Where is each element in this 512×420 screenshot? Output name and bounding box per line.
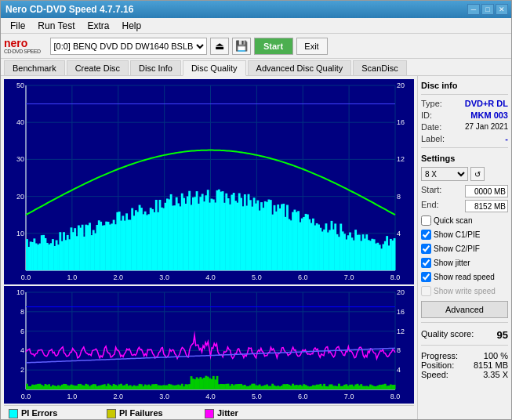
pi-errors-label: PI Errors <box>21 408 99 418</box>
tab-disc-info[interactable]: Disc Info <box>130 60 181 75</box>
exit-button[interactable]: Exit <box>296 38 328 55</box>
quick-scan-label: Quick scan <box>434 216 472 225</box>
title-bar: Nero CD-DVD Speed 4.7.7.16 ─ □ ✕ <box>1 1 511 18</box>
pi-avg-val: 0.80 <box>67 418 99 419</box>
position-row: Position: 8151 MB <box>421 360 508 370</box>
show-jitter-checkbox[interactable] <box>421 258 431 268</box>
stats-bar: PI Errors Average: 0.80 Maximum: 23 <box>4 405 414 419</box>
progress-value: 100 % <box>484 351 508 360</box>
tab-create-disc[interactable]: Create Disc <box>67 60 129 75</box>
pi-failures-color <box>107 409 116 418</box>
speed-value: 3.35 X <box>483 370 508 379</box>
settings-title: Settings <box>421 154 508 163</box>
jitter-avg-val: 8.41 % <box>263 418 295 419</box>
pi-failures-stat: PI Failures Average: 0.01 Maximum: 9 <box>107 408 197 419</box>
end-mb-row: End: <box>421 200 508 212</box>
end-mb-label: End: <box>421 200 439 212</box>
show-c2pif-checkbox[interactable] <box>421 244 431 254</box>
show-write-speed-label: Show write speed <box>434 287 496 295</box>
tab-advanced-disc-quality[interactable]: Advanced Disc Quality <box>248 60 352 75</box>
jitter-avg-label: Average: <box>217 418 260 419</box>
show-c2pif-label: Show C2/PIF <box>434 244 480 253</box>
divider-2 <box>421 147 508 148</box>
divider-3 <box>421 322 508 323</box>
disc-id-row: ID: MKM 003 <box>421 110 508 120</box>
disc-date-value: 27 Jan 2021 <box>465 122 508 132</box>
eject-button[interactable]: ⏏ <box>210 38 229 55</box>
pi-failures-values: Average: 0.01 Maximum: 9 Total: 2908 <box>119 418 197 419</box>
window-controls: ─ □ ✕ <box>467 4 508 15</box>
show-c1pie-row: Show C1/PIE <box>421 230 508 240</box>
speed-row-prog: Speed: 3.35 X <box>421 370 508 379</box>
progress-section: Progress: 100 % Position: 8151 MB Speed:… <box>421 351 508 379</box>
show-read-speed-row: Show read speed <box>421 272 508 282</box>
disc-info-title: Disc info <box>421 81 508 90</box>
logo-sub: CD·DVD SPEED <box>4 49 41 54</box>
app-logo: nero CD·DVD SPEED <box>4 38 41 54</box>
tab-benchmark[interactable]: Benchmark <box>4 60 65 75</box>
speed-label: Speed: <box>421 370 448 379</box>
menu-extra[interactable]: Extra <box>81 19 115 33</box>
menu-file[interactable]: File <box>4 19 31 33</box>
close-button[interactable]: ✕ <box>496 4 508 15</box>
pi-errors-color <box>9 409 18 418</box>
menu-bar: File Run Test Extra Help <box>1 18 511 34</box>
progress-label: Progress: <box>421 351 458 360</box>
divider-1 <box>421 94 508 95</box>
tab-disc-quality[interactable]: Disc Quality <box>183 60 246 76</box>
show-read-speed-checkbox[interactable] <box>421 272 431 282</box>
toolbar: nero CD·DVD SPEED [0:0] BENQ DVD DD DW16… <box>1 34 511 59</box>
disc-date-label: Date: <box>421 122 441 132</box>
right-panel: Disc info Type: DVD+R DL ID: MKM 003 Dat… <box>417 76 511 419</box>
refresh-button[interactable]: ↺ <box>470 167 485 181</box>
maximize-button[interactable]: □ <box>481 4 494 15</box>
divider-4 <box>421 345 508 346</box>
drive-select[interactable]: [0:0] BENQ DVD DD DW1640 BSLB <box>50 38 207 55</box>
advanced-button[interactable]: Advanced <box>421 301 508 318</box>
pi-avg-label: Average: <box>21 418 64 419</box>
start-mb-label: Start: <box>421 185 441 197</box>
quality-score-value: 95 <box>497 329 508 341</box>
menu-run-test[interactable]: Run Test <box>31 19 81 33</box>
position-value: 8151 MB <box>474 360 508 370</box>
pi-failures-label: PI Failures <box>119 408 197 418</box>
tab-scan-disc[interactable]: ScanDisc <box>353 60 406 75</box>
end-mb-input[interactable] <box>465 200 508 212</box>
pi-errors-values: Average: 0.80 Maximum: 23 Total: 25983 <box>21 418 99 419</box>
progress-row: Progress: 100 % <box>421 351 508 360</box>
save-button[interactable]: 💾 <box>232 38 251 55</box>
jitter-stat: Jitter Average: 8.41 % Maximum: 12.6 % <box>205 408 295 419</box>
disc-type-row: Type: DVD+R DL <box>421 99 508 108</box>
speed-select[interactable]: 8 X <box>421 167 468 181</box>
jitter-label: Jitter <box>217 408 295 418</box>
disc-type-label: Type: <box>421 99 442 108</box>
show-read-speed-label: Show read speed <box>434 273 495 281</box>
show-c1pie-label: Show C1/PIE <box>434 230 480 239</box>
start-mb-row: Start: <box>421 185 508 197</box>
menu-help[interactable]: Help <box>116 19 148 33</box>
jitter-color <box>205 409 214 418</box>
start-button[interactable]: Start <box>254 38 293 55</box>
show-c1pie-checkbox[interactable] <box>421 230 431 240</box>
show-write-speed-row: Show write speed <box>421 286 508 296</box>
quality-score-label: Quality score: <box>421 329 474 341</box>
disc-label-row: Label: - <box>421 134 508 143</box>
pif-avg-label: Average: <box>119 418 162 419</box>
disc-label-label: Label: <box>421 134 445 143</box>
start-mb-input[interactable] <box>465 185 508 197</box>
position-label: Position: <box>421 360 454 370</box>
show-write-speed-checkbox <box>421 286 431 296</box>
minimize-button[interactable]: ─ <box>467 4 480 15</box>
window-title: Nero CD-DVD Speed 4.7.7.16 <box>4 4 133 15</box>
pie-chart <box>4 79 414 284</box>
pi-errors-stat: PI Errors Average: 0.80 Maximum: 23 <box>9 408 99 419</box>
jitter-values: Average: 8.41 % Maximum: 12.6 % <box>217 418 295 419</box>
main-content: PI Errors Average: 0.80 Maximum: 23 <box>1 76 511 419</box>
quick-scan-row: Quick scan <box>421 215 508 226</box>
tab-bar: Benchmark Create Disc Disc Info Disc Qua… <box>1 59 511 76</box>
disc-id-value: MKM 003 <box>470 110 508 120</box>
quality-score-row: Quality score: 95 <box>421 329 508 341</box>
disc-label-value: - <box>505 134 508 143</box>
pif-avg-val: 0.01 <box>165 418 197 419</box>
quick-scan-checkbox[interactable] <box>421 215 431 226</box>
